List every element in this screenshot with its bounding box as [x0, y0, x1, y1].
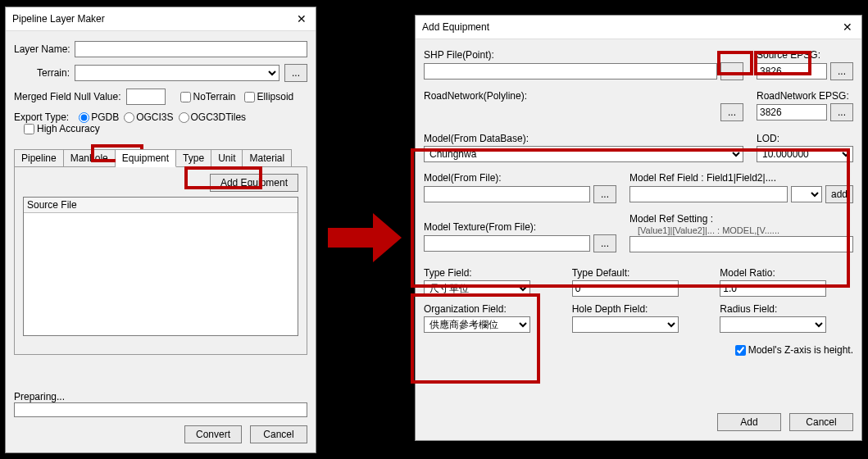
tabs: Pipeline Manhole Equipment Type Unit Mat…: [14, 149, 307, 167]
add-button[interactable]: Add: [717, 413, 781, 431]
model-tex-browse-button[interactable]: ...: [593, 234, 616, 252]
shp-input[interactable]: [424, 63, 717, 80]
merged-null-label: Merged Field Null Value:: [14, 91, 121, 102]
model-tex-input[interactable]: [424, 235, 590, 252]
cancel-button-left[interactable]: Cancel: [250, 425, 307, 443]
model-ref-field-label: Model Ref Field : Field1|Field2|....: [629, 172, 853, 184]
model-ratio-input[interactable]: [720, 280, 826, 297]
model-file-browse-button[interactable]: ...: [593, 185, 616, 203]
preparing-label: Preparing...: [14, 391, 307, 402]
close-icon[interactable]: ✕: [294, 12, 309, 25]
radio-ogci3s-label[interactable]: OGCI3S: [119, 111, 173, 123]
lod-label: LOD:: [757, 133, 853, 144]
tab-type[interactable]: Type: [176, 149, 211, 167]
close-icon-right[interactable]: ✕: [840, 20, 855, 34]
src-epsg-input[interactable]: [757, 63, 827, 80]
model-db-select[interactable]: Chunghwa: [424, 146, 743, 162]
add-equipment-button[interactable]: Add Equipment: [210, 174, 298, 192]
shp-label: SHP File(Point):: [424, 49, 743, 61]
ellipsoid-checkbox[interactable]: [244, 92, 255, 102]
tab-manhole[interactable]: Manhole: [64, 149, 116, 167]
model-ref-field-input[interactable]: [629, 186, 788, 202]
model-tex-label: Model Texture(From File):: [424, 221, 616, 233]
type-field-select[interactable]: 尺寸單位: [424, 280, 530, 297]
terrain-label: Terrain:: [14, 67, 70, 79]
export-type-label: Export Type:: [14, 111, 69, 123]
road-epsg-label: RoadNetwork EPSG:: [757, 90, 853, 102]
radio-ogc3dtiles-label[interactable]: OGC3DTiles: [174, 111, 247, 123]
src-epsg-browse-button[interactable]: ...: [830, 62, 853, 80]
high-accuracy-label[interactable]: High Accuracy: [19, 123, 100, 134]
ellipsoid-checkbox-label[interactable]: Ellipsoid: [239, 91, 294, 102]
tab-pipeline[interactable]: Pipeline: [14, 149, 64, 167]
radio-pgdb-label[interactable]: PGDB: [74, 111, 119, 123]
merged-null-input[interactable]: [126, 89, 166, 105]
hole-depth-select[interactable]: [572, 316, 679, 333]
convert-button[interactable]: Convert: [184, 425, 242, 443]
model-ref-setting-hint: [Value1]|[Value2]|... : MODEL,[V......: [638, 225, 779, 235]
model-ref-field-add-button[interactable]: add: [825, 185, 853, 203]
source-file-list[interactable]: Source File: [23, 197, 298, 336]
model-file-label: Model(From File):: [424, 172, 616, 184]
model-file-input[interactable]: [424, 186, 590, 202]
radio-pgdb[interactable]: [79, 112, 89, 123]
road-epsg-browse-button[interactable]: ...: [830, 103, 853, 121]
noterrain-checkbox-label[interactable]: NoTerrain: [175, 91, 236, 102]
radius-field-select[interactable]: [720, 316, 826, 333]
radio-ogc3dtiles[interactable]: [179, 112, 189, 123]
layer-name-input[interactable]: [75, 41, 307, 57]
tab-unit[interactable]: Unit: [211, 149, 243, 167]
model-ref-setting-input[interactable]: [629, 236, 853, 252]
model-ref-field-select[interactable]: [791, 186, 822, 202]
road-browse-button[interactable]: ...: [720, 103, 743, 121]
type-field-label: Type Field:: [424, 267, 557, 279]
cancel-button-right[interactable]: Cancel: [789, 413, 853, 431]
tab-equipment[interactable]: Equipment: [116, 149, 176, 167]
src-epsg-label: Source EPSG:: [757, 49, 853, 61]
radio-ogci3s[interactable]: [124, 112, 134, 123]
high-accuracy-checkbox[interactable]: [24, 124, 34, 134]
model-ratio-label: Model Ratio:: [720, 267, 853, 279]
road-epsg-input[interactable]: [757, 104, 827, 120]
layer-name-label: Layer Name:: [14, 43, 70, 55]
model-db-label: Model(From DataBase):: [424, 133, 743, 144]
z-height-checkbox[interactable]: [735, 345, 746, 356]
right-title: Add Equipment: [422, 21, 489, 33]
lod-select[interactable]: 10.000000: [757, 146, 853, 162]
model-ref-setting-label: Model Ref Setting :: [629, 213, 713, 225]
tab-material[interactable]: Material: [243, 149, 292, 167]
noterrain-checkbox[interactable]: [180, 92, 191, 102]
hole-depth-label: Hole Depth Field:: [572, 303, 706, 315]
org-field-select[interactable]: 供應商參考欄位: [424, 316, 530, 333]
arrow-icon: [328, 213, 402, 262]
type-default-input[interactable]: [572, 280, 679, 297]
radius-field-label: Radius Field:: [720, 303, 853, 315]
z-height-label[interactable]: Model's Z-axis is height.: [730, 344, 853, 356]
shp-browse-button[interactable]: ...: [720, 62, 743, 80]
source-file-header: Source File: [24, 198, 298, 213]
road-label: RoadNetwork(Polyline):: [424, 90, 743, 102]
terrain-browse-button[interactable]: ...: [284, 64, 307, 82]
org-field-label: Organization Field:: [424, 303, 557, 315]
type-default-label: Type Default:: [572, 267, 706, 279]
left-title: Pipeline Layer Maker: [12, 13, 105, 25]
terrain-select[interactable]: [75, 65, 279, 81]
progress-bar: [14, 402, 307, 417]
